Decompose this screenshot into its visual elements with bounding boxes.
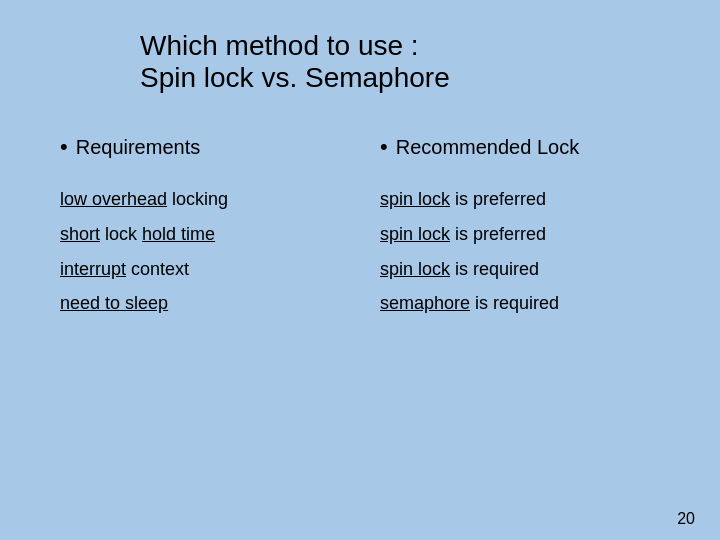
list-item: need to sleep <box>60 289 340 318</box>
underline-text: hold time <box>142 224 215 244</box>
right-item-list: spin lock is preferred spin lock is pref… <box>380 185 660 318</box>
underline-text: need to sleep <box>60 293 168 313</box>
underline-text: spin lock <box>380 189 450 209</box>
list-item: spin lock is required <box>380 255 660 284</box>
list-item: interrupt context <box>60 255 340 284</box>
list-item: spin lock is preferred <box>380 220 660 249</box>
left-column: • Requirements low overhead locking shor… <box>60 134 360 510</box>
page-number: 20 <box>677 510 695 528</box>
plain-text: is preferred <box>455 224 546 244</box>
plain-text: lock <box>105 224 142 244</box>
left-header-label: Requirements <box>76 136 201 159</box>
plain-text: is required <box>455 259 539 279</box>
right-column: • Recommended Lock spin lock is preferre… <box>360 134 660 510</box>
underline-text: spin lock <box>380 224 450 244</box>
title-section: Which method to use : Spin lock vs. Sema… <box>60 30 660 94</box>
list-item: semaphore is required <box>380 289 660 318</box>
underline-text: semaphore <box>380 293 470 313</box>
underline-text: spin lock <box>380 259 450 279</box>
right-header-label: Recommended Lock <box>396 136 579 159</box>
left-bullet-dot: • <box>60 134 68 160</box>
title-line1: Which method to use : <box>140 30 660 62</box>
plain-text: locking <box>172 189 228 209</box>
list-item: low overhead locking <box>60 185 340 214</box>
underline-text: short <box>60 224 100 244</box>
title-line2: Spin lock vs. Semaphore <box>140 62 660 94</box>
left-bullet-header: • Requirements <box>60 134 340 160</box>
slide-container: Which method to use : Spin lock vs. Sema… <box>0 0 720 540</box>
underline-text: low overhead <box>60 189 167 209</box>
left-item-list: low overhead locking short lock hold tim… <box>60 185 340 318</box>
content-area: • Requirements low overhead locking shor… <box>60 134 660 510</box>
right-bullet-dot: • <box>380 134 388 160</box>
plain-text: is preferred <box>455 189 546 209</box>
list-item: spin lock is preferred <box>380 185 660 214</box>
plain-text: is required <box>475 293 559 313</box>
right-bullet-header: • Recommended Lock <box>380 134 660 160</box>
plain-text: context <box>131 259 189 279</box>
list-item: short lock hold time <box>60 220 340 249</box>
underline-text: interrupt <box>60 259 126 279</box>
